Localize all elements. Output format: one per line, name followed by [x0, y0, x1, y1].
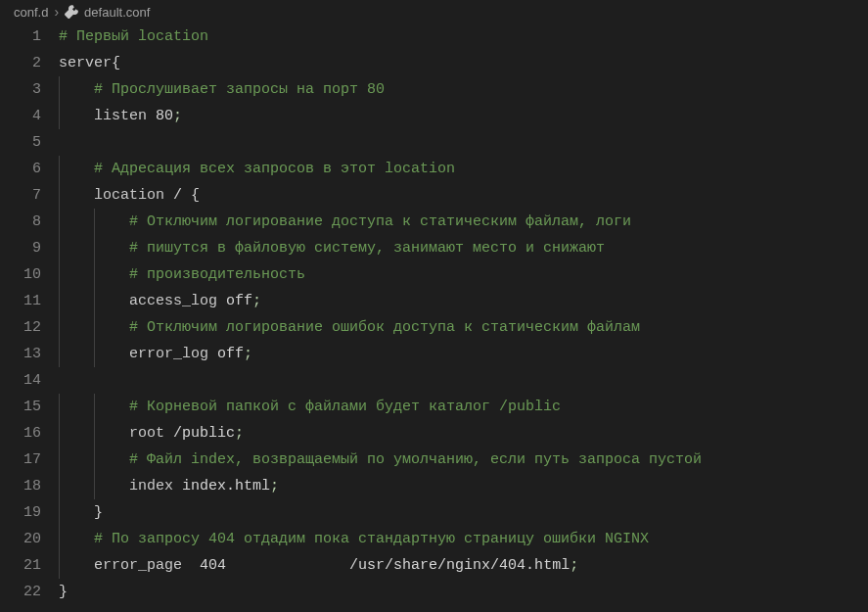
indent-guide	[59, 447, 60, 473]
token-keyword: error_page	[94, 557, 182, 574]
token-comment: # По запросу 404 отдадим пока стандартну…	[94, 531, 649, 547]
token-punct: ;	[235, 425, 244, 442]
line-number: 4	[0, 103, 41, 129]
token-comment: # производительность	[129, 266, 305, 283]
token-plain: /	[164, 187, 191, 204]
indent-guide	[94, 420, 95, 447]
code-line[interactable]: # Отключим логирование доступа к статиче…	[59, 209, 868, 235]
token-punct: ;	[244, 346, 252, 362]
token-comment: # Прослушивает запросы на порт 80	[94, 81, 385, 98]
token-keyword: error_log	[129, 346, 208, 362]
line-number: 5	[0, 129, 41, 156]
line-number: 7	[0, 182, 41, 209]
line-number: 17	[0, 447, 41, 473]
token-punct: ;	[270, 478, 279, 494]
code-line[interactable]: error_page 404 /usr/share/nginx/404.html…	[59, 552, 868, 579]
indent-guide	[59, 156, 60, 182]
line-number: 10	[0, 261, 41, 288]
indent-guide	[94, 261, 95, 288]
token-plain: index.html	[182, 478, 270, 494]
token-comment: # Корневой папкой с файлами будет катало…	[129, 399, 561, 415]
breadcrumb-file[interactable]: default.conf	[84, 5, 150, 20]
breadcrumb: conf.d › default.conf	[0, 0, 868, 24]
indent-guide	[59, 314, 60, 341]
token-keyword: server	[59, 55, 112, 71]
indent-guide	[94, 341, 95, 367]
tools-icon	[65, 5, 78, 19]
token-keyword: access_log	[129, 293, 217, 309]
code-line[interactable]: }	[59, 499, 868, 526]
code-line[interactable]: # производительность	[59, 261, 868, 288]
token-plain: /public	[173, 425, 235, 442]
code-line[interactable]: # Прослушивает запросы на порт 80	[59, 76, 868, 103]
token-plain: off	[226, 293, 252, 309]
token-plain	[173, 478, 182, 494]
line-number: 13	[0, 341, 41, 367]
token-comment: # Отключим логирование ошибок доступа к …	[129, 319, 640, 336]
code-line[interactable]: root /public;	[59, 420, 868, 447]
line-number: 2	[0, 50, 41, 76]
token-punct: ;	[173, 108, 182, 124]
code-line[interactable]: # пишутся в файловую систему, занимают м…	[59, 235, 868, 261]
indent-guide	[59, 76, 60, 103]
token-plain: /usr/share/nginx/404.html	[349, 557, 570, 574]
token-plain	[164, 425, 173, 442]
indent-guide	[59, 235, 60, 261]
line-number: 1	[0, 24, 41, 50]
line-number: 18	[0, 473, 41, 499]
code-line[interactable]: # Адресация всех запросов в этот locatio…	[59, 156, 868, 182]
code-line[interactable]: server{	[59, 50, 868, 76]
code-line[interactable]: # По запросу 404 отдадим пока стандартну…	[59, 526, 868, 552]
token-comment: # Первый location	[59, 28, 208, 45]
breadcrumb-folder[interactable]: conf.d	[14, 5, 48, 20]
code-line[interactable]: access_log off;	[59, 288, 868, 314]
line-number: 15	[0, 394, 41, 420]
indent-guide	[59, 420, 60, 447]
code-line[interactable]: }	[59, 579, 868, 605]
line-number: 16	[0, 420, 41, 447]
code-line[interactable]	[59, 129, 868, 156]
line-number: 3	[0, 76, 41, 103]
code-editor[interactable]: 12345678910111213141516171819202122 # Пе…	[0, 24, 868, 612]
code-line[interactable]: location / {	[59, 182, 868, 209]
indent-guide	[59, 261, 60, 288]
indent-guide	[59, 526, 60, 552]
indent-guide	[59, 499, 60, 526]
indent-guide	[94, 209, 95, 235]
code-line[interactable]: # Корневой папкой с файлами будет катало…	[59, 394, 868, 420]
token-punct: ;	[570, 557, 578, 574]
indent-guide	[59, 288, 60, 314]
code-line[interactable]: # Первый location	[59, 24, 868, 50]
line-number: 20	[0, 526, 41, 552]
chevron-right-icon: ›	[54, 4, 59, 20]
line-number: 11	[0, 288, 41, 314]
indent-guide	[94, 447, 95, 473]
line-number-gutter: 12345678910111213141516171819202122	[0, 24, 59, 612]
code-line[interactable]: # Файл index, возвращаемый по умолчанию,…	[59, 447, 868, 473]
token-keyword: listen	[94, 108, 147, 124]
token-plain: 80	[156, 108, 173, 124]
indent-guide	[59, 209, 60, 235]
token-brace: }	[94, 504, 103, 521]
code-line[interactable]: index index.html;	[59, 473, 868, 499]
code-line[interactable]	[59, 367, 868, 394]
indent-guide	[59, 341, 60, 367]
code-line[interactable]: # Отключим логирование ошибок доступа к …	[59, 314, 868, 341]
line-number: 6	[0, 156, 41, 182]
token-comment: # Файл index, возвращаемый по умолчанию,…	[129, 451, 702, 468]
code-line[interactable]: error_log off;	[59, 341, 868, 367]
indent-guide	[94, 394, 95, 420]
token-plain: off	[217, 346, 244, 362]
token-plain	[217, 293, 226, 309]
line-number: 21	[0, 552, 41, 579]
token-keyword: location	[94, 187, 164, 204]
code-area[interactable]: # Первый locationserver{ # Прослушивает …	[59, 24, 868, 612]
token-keyword: index	[129, 478, 173, 494]
token-comment: # Отключим логирование доступа к статиче…	[129, 213, 631, 230]
indent-guide	[59, 473, 60, 499]
token-plain: 404	[200, 557, 226, 574]
token-plain	[182, 557, 200, 574]
indent-guide	[94, 473, 95, 499]
line-number: 22	[0, 579, 41, 605]
code-line[interactable]: listen 80;	[59, 103, 868, 129]
